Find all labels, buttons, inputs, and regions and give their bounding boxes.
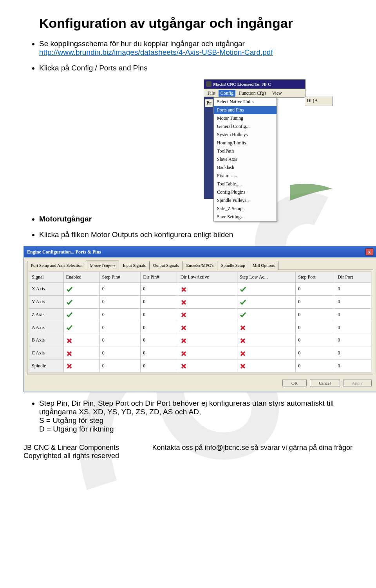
step-low-cell[interactable] [237, 283, 296, 296]
col-header: Step Port [296, 272, 335, 283]
enabled-cell[interactable] [63, 360, 99, 372]
step-low-cell[interactable] [237, 308, 296, 321]
dir-port-cell[interactable]: 0 [335, 283, 371, 296]
step-port-cell[interactable]: 0 [296, 308, 335, 321]
step-pin-cell[interactable]: 0 [99, 360, 141, 372]
config-item[interactable]: ToolPath [214, 147, 277, 155]
config-item[interactable]: Fixtures.... [214, 172, 277, 180]
tab-motor-outputs[interactable]: Motor Outputs [86, 261, 119, 270]
config-dropdown[interactable]: Select Native UnitsPorts and PinsMotor T… [213, 97, 277, 221]
dir-pin-cell[interactable]: 0 [141, 360, 178, 372]
ok-button[interactable]: OK [282, 379, 307, 387]
config-item[interactable]: Safe_Z Setup.. [214, 205, 277, 213]
mach3-title-text: Mach3 CNC Licensed To: JB C [213, 82, 271, 86]
config-item[interactable]: Select Native Units [214, 98, 277, 106]
dir-pin-cell[interactable]: 0 [141, 283, 178, 296]
dir-low-cell[interactable] [178, 360, 237, 372]
dir-port-cell[interactable]: 0 [335, 360, 371, 372]
apply-button[interactable]: Apply [343, 379, 372, 387]
config-item[interactable]: Spindle Pulleys.. [214, 196, 277, 205]
dir-pin-cell[interactable]: 0 [141, 308, 178, 321]
step-port-cell[interactable]: 0 [296, 334, 335, 347]
config-item[interactable]: Backlash [214, 164, 277, 172]
step-pin-cell[interactable]: 0 [99, 295, 141, 308]
footer-copyright: Copyrighted all rights reserved [24, 452, 119, 460]
datasheet-link[interactable]: http://www.brundin.biz/images/datasheets… [39, 48, 273, 56]
enabled-cell[interactable] [63, 334, 99, 347]
step-low-cell[interactable] [237, 321, 296, 334]
dir-pin-cell[interactable]: 0 [141, 347, 178, 360]
step-port-cell[interactable]: 0 [296, 347, 335, 360]
config-item[interactable]: Homing/Limits [214, 139, 277, 147]
step-port-cell[interactable]: 0 [296, 321, 335, 334]
config-item[interactable]: ToolTable..... [214, 180, 277, 188]
menu-function-cfgs[interactable]: Function Cfg's [237, 90, 269, 97]
dialog-buttons: OK Cancel Apply [27, 374, 373, 388]
motor-outputs-bullet: Klicka på fliken Motor Outputs och konfi… [39, 230, 352, 239]
enabled-cell[interactable] [63, 283, 99, 296]
menu-file[interactable]: File [206, 90, 217, 97]
engine-config-dialog: Engine Configuration... Ports & Pins X P… [24, 246, 376, 392]
dir-low-cell[interactable] [178, 347, 237, 360]
config-item[interactable]: Ports and Pins [214, 106, 277, 114]
footer-left: JB CNC & Linear Components Copyrighted a… [24, 444, 119, 460]
col-header: Dir Pin# [141, 272, 178, 283]
tab-input-signals[interactable]: Input Signals [119, 261, 149, 270]
step-low-cell[interactable] [237, 295, 296, 308]
menu-config[interactable]: Config [219, 90, 235, 97]
config-item[interactable]: Slave Axis [214, 155, 277, 164]
enabled-cell[interactable] [63, 347, 99, 360]
config-item[interactable]: Motor Tuning [214, 114, 277, 122]
step-port-cell[interactable]: 0 [296, 295, 335, 308]
step-port-cell[interactable]: 0 [296, 360, 335, 372]
right-fragment: DI (A [305, 97, 333, 106]
dir-low-cell[interactable] [178, 295, 237, 308]
tab-spindle-setup[interactable]: Spindle Setup [217, 261, 249, 270]
dir-port-cell[interactable]: 0 [335, 334, 371, 347]
enabled-cell[interactable] [63, 321, 99, 334]
dir-pin-cell[interactable]: 0 [141, 295, 178, 308]
dir-low-cell[interactable] [178, 321, 237, 334]
step-low-cell[interactable] [237, 360, 296, 372]
dir-pin-cell[interactable]: 0 [141, 334, 178, 347]
panel-edge [204, 97, 214, 199]
dir-pin-cell[interactable]: 0 [141, 321, 178, 334]
table-row: Z Axis0000 [29, 308, 371, 321]
step-pin-cell[interactable]: 0 [99, 334, 141, 347]
tab-mill-options[interactable]: Mill Options [249, 261, 279, 270]
dir-port-cell[interactable]: 0 [335, 347, 371, 360]
enabled-cell[interactable] [63, 308, 99, 321]
config-item[interactable]: General Config... [214, 122, 277, 131]
step-low-cell[interactable] [237, 334, 296, 347]
config-item[interactable]: System Hotkeys [214, 131, 277, 139]
step-dir-bullet: Step Pin, Dir Pin, Step Port och Dir Por… [39, 399, 352, 433]
tab-port-setup-and-axis-selection[interactable]: Port Setup and Axis Selection [27, 261, 86, 270]
signal-cell: Spindle [29, 360, 64, 372]
dir-port-cell[interactable]: 0 [335, 308, 371, 321]
tab-output-signals[interactable]: Output Signals [149, 261, 183, 270]
decorative-swoosh [290, 181, 337, 205]
step-pin-cell[interactable]: 0 [99, 283, 141, 296]
dir-port-cell[interactable]: 0 [335, 295, 371, 308]
dir-port-cell[interactable]: 0 [335, 321, 371, 334]
menu-view[interactable]: View [270, 90, 284, 97]
dialog-tabs: Port Setup and Axis SelectionMotor Outpu… [27, 261, 373, 270]
close-icon[interactable]: X [365, 248, 373, 255]
cancel-button[interactable]: Cancel [310, 379, 340, 387]
step-port-cell[interactable]: 0 [296, 283, 335, 296]
tab-encoder-mpg-s[interactable]: Encoder/MPG's [183, 261, 218, 270]
dialog-body: Port Setup and Axis SelectionMotor Outpu… [24, 257, 376, 392]
config-item[interactable]: Config Plugins [214, 188, 277, 196]
step-pin-cell[interactable]: 0 [99, 321, 141, 334]
dir-low-cell[interactable] [178, 308, 237, 321]
enabled-cell[interactable] [63, 295, 99, 308]
col-header: Step Low Ac... [237, 272, 296, 283]
pr-tab: Pr [205, 99, 213, 107]
config-item[interactable]: Save Settings.. [214, 213, 277, 221]
click-config-bullet: Klicka på Config / Ports and Pins [39, 64, 352, 72]
dir-low-cell[interactable] [178, 283, 237, 296]
step-low-cell[interactable] [237, 347, 296, 360]
step-pin-cell[interactable]: 0 [99, 308, 141, 321]
dir-low-cell[interactable] [178, 334, 237, 347]
step-pin-cell[interactable]: 0 [99, 347, 141, 360]
